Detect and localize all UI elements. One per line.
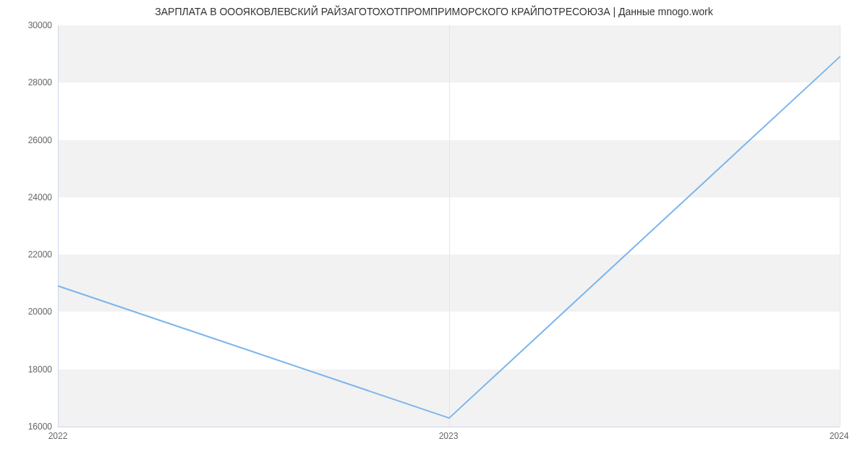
x-tick-label: 2022 bbox=[48, 431, 68, 441]
y-tick-label: 24000 bbox=[28, 192, 52, 202]
plot-area bbox=[58, 25, 840, 427]
y-tick-label: 22000 bbox=[28, 249, 52, 260]
y-tick-label: 26000 bbox=[28, 135, 52, 145]
y-tick-label: 16000 bbox=[28, 422, 52, 432]
line-series-svg bbox=[59, 25, 840, 427]
x-tick-label: 2023 bbox=[439, 431, 459, 441]
chart-title: ЗАРПЛАТА В ОООЯКОВЛЕВСКИЙ РАЙЗАГОТОХОТПР… bbox=[0, 6, 868, 17]
y-tick-label: 18000 bbox=[28, 364, 52, 375]
y-tick-label: 20000 bbox=[28, 307, 52, 317]
series-line bbox=[59, 57, 840, 419]
vertical-gridline bbox=[840, 25, 841, 427]
x-tick-label: 2024 bbox=[830, 431, 849, 441]
y-tick-label: 30000 bbox=[28, 20, 52, 30]
y-tick-label: 28000 bbox=[28, 77, 52, 87]
chart-container: ЗАРПЛАТА В ОООЯКОВЛЕВСКИЙ РАЙЗАГОТОХОТПР… bbox=[0, 0, 868, 470]
